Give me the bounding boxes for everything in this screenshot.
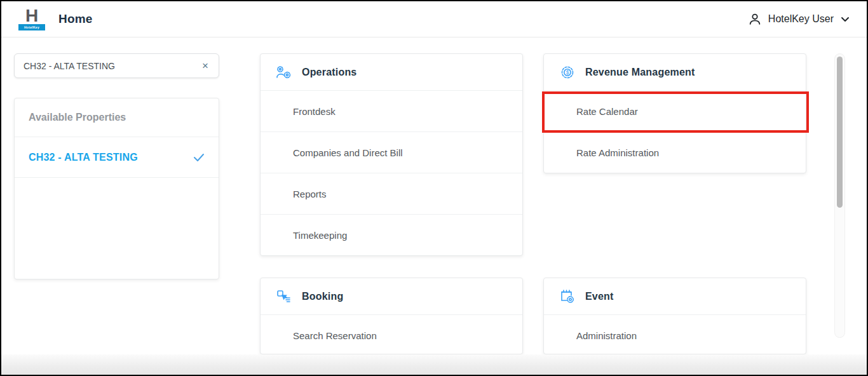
revenue-gear-dollar-icon: $ — [559, 64, 576, 81]
clear-search-icon[interactable]: × — [201, 60, 210, 71]
event-header: Event — [544, 278, 806, 314]
available-properties-title: Available Properties — [15, 98, 219, 137]
event-title: Event — [585, 291, 614, 302]
page-title: Home — [58, 12, 93, 26]
revenue-management-title: Revenue Management — [585, 67, 695, 78]
operations-title: Operations — [302, 67, 356, 78]
menu-item-companies-direct-bill[interactable]: Companies and Direct Bill — [261, 131, 522, 173]
menu-item-reports[interactable]: Reports — [261, 173, 522, 214]
menu-item-timekeeping[interactable]: Timekeeping — [261, 214, 522, 255]
menu-item-frontdesk[interactable]: Frontdesk — [261, 90, 522, 131]
revenue-management-header: $ Revenue Management — [544, 54, 806, 90]
booking-title: Booking — [302, 291, 343, 302]
user-menu[interactable]: HotelKey User — [748, 12, 850, 26]
property-search-box: × — [14, 53, 219, 78]
menu-item-rate-administration[interactable]: Rate Administration — [544, 131, 806, 173]
operations-header: Operations — [261, 54, 522, 90]
property-search-input[interactable] — [24, 61, 201, 71]
selected-check-icon — [193, 153, 205, 162]
vertical-scrollbar-track[interactable] — [834, 53, 845, 338]
event-calendar-gear-icon — [559, 288, 576, 305]
operations-icon — [276, 65, 292, 80]
revenue-management-card: $ Revenue Management Rate Calendar Rate … — [543, 53, 806, 173]
chevron-down-icon — [840, 14, 850, 24]
logo-letter: H — [25, 8, 38, 24]
event-card: Event Administration — [543, 278, 806, 354]
property-name: CH32 - ALTA TESTING — [29, 152, 138, 163]
menu-item-search-reservation[interactable]: Search Reservation — [261, 314, 522, 354]
property-row-ch32[interactable]: CH32 - ALTA TESTING — [15, 137, 219, 178]
booking-hand-icon — [276, 289, 292, 304]
booking-card: Booking Search Reservation — [260, 278, 523, 354]
vertical-scrollbar-thumb[interactable] — [837, 57, 843, 208]
menu-item-rate-calendar[interactable]: Rate Calendar — [544, 90, 806, 131]
menu-item-event-administration[interactable]: Administration — [544, 314, 806, 354]
logo-wordmark: HotelKey — [18, 24, 45, 30]
booking-header: Booking — [261, 278, 522, 314]
hotelkey-logo[interactable]: H HotelKey — [18, 8, 46, 30]
app-window: H HotelKey Home HotelKey User × Availabl… — [0, 0, 868, 376]
available-properties-card: Available Properties CH32 - ALTA TESTING — [14, 98, 219, 279]
user-icon — [748, 12, 762, 26]
svg-text:$: $ — [566, 69, 569, 76]
topbar: H HotelKey Home HotelKey User — [1, 1, 867, 37]
user-name: HotelKey User — [768, 13, 834, 25]
operations-card: Operations Frontdesk Companies and Direc… — [260, 53, 523, 256]
bottom-window-edge — [1, 354, 867, 375]
